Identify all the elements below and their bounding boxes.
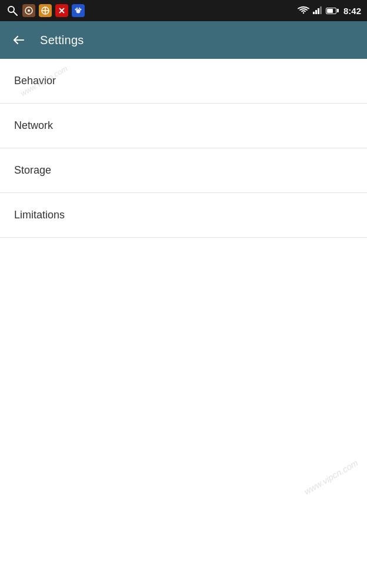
svg-rect-14 — [313, 12, 315, 14]
svg-point-12 — [76, 8, 78, 9]
settings-menu: Behavior Network Storage Limitations — [0, 59, 367, 238]
signal-icon — [313, 6, 322, 16]
status-bar: 8:42 — [0, 0, 367, 21]
status-bar-left — [6, 4, 85, 17]
toolbar: Settings — [0, 21, 367, 59]
app-icon-3 — [55, 4, 68, 17]
menu-item-network-label: Network — [14, 119, 53, 132]
svg-point-9 — [76, 9, 81, 14]
battery-icon — [326, 8, 339, 14]
svg-point-13 — [79, 8, 80, 9]
app-icon-4 — [72, 4, 85, 17]
menu-item-limitations[interactable]: Limitations — [0, 193, 367, 238]
menu-item-behavior-label: Behavior — [14, 75, 56, 87]
menu-item-behavior[interactable]: Behavior — [0, 59, 367, 104]
menu-item-storage[interactable]: Storage — [0, 148, 367, 193]
svg-rect-15 — [315, 10, 317, 14]
page-title: Settings — [40, 34, 84, 47]
menu-item-storage-label: Storage — [14, 164, 51, 177]
menu-item-limitations-label: Limitations — [14, 209, 65, 221]
search-icon — [6, 4, 19, 17]
menu-item-network[interactable]: Network — [0, 104, 367, 148]
app-icon-1 — [22, 4, 35, 17]
back-button[interactable] — [9, 31, 28, 49]
watermark-2: www.vipcn.com — [302, 457, 359, 496]
status-bar-right: 8:42 — [298, 6, 361, 16]
status-time: 8:42 — [343, 6, 361, 16]
svg-line-1 — [14, 12, 17, 15]
svg-point-3 — [28, 9, 30, 12]
svg-rect-17 — [320, 6, 322, 14]
svg-rect-16 — [318, 8, 319, 14]
app-icon-2 — [39, 4, 52, 17]
wifi-icon — [298, 6, 309, 16]
svg-point-10 — [75, 9, 77, 11]
svg-point-11 — [80, 9, 82, 11]
